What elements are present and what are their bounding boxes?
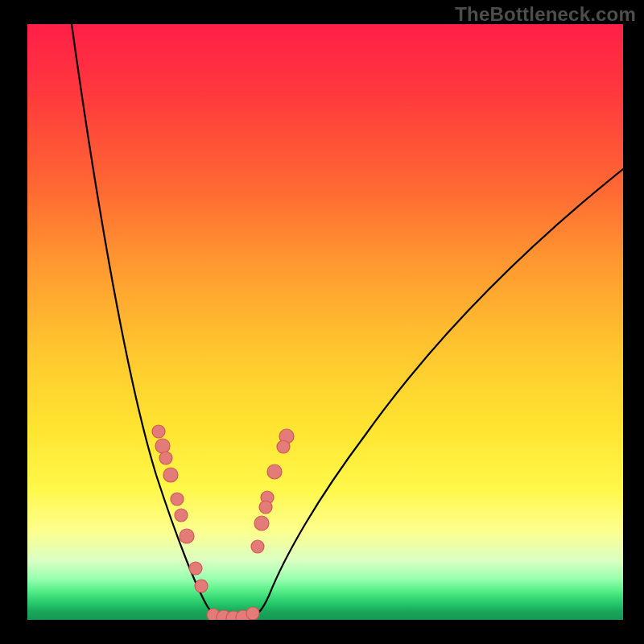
dot-left-7 xyxy=(189,562,202,575)
dot-left-1 xyxy=(155,439,170,453)
chart-frame: TheBottleneck.com xyxy=(0,0,644,644)
dot-right-5 xyxy=(254,516,269,530)
dot-group xyxy=(152,425,294,620)
dot-right-6 xyxy=(251,540,264,553)
dot-left-2 xyxy=(159,452,172,464)
watermark-text: TheBottleneck.com xyxy=(455,3,636,26)
curve-layer xyxy=(27,24,623,620)
dot-left-4 xyxy=(171,493,184,506)
dot-right-1 xyxy=(277,440,290,453)
dot-left-6 xyxy=(180,529,194,543)
curve-left xyxy=(72,24,224,618)
dot-right-4 xyxy=(259,501,272,514)
dot-right-2 xyxy=(267,464,282,479)
dot-left-0 xyxy=(152,425,165,438)
dot-left-3 xyxy=(163,468,178,482)
dot-bottom-4 xyxy=(246,607,259,620)
dot-left-5 xyxy=(175,509,188,522)
dot-left-8 xyxy=(195,580,208,592)
curve-right xyxy=(246,169,623,618)
plot-area xyxy=(27,24,623,620)
